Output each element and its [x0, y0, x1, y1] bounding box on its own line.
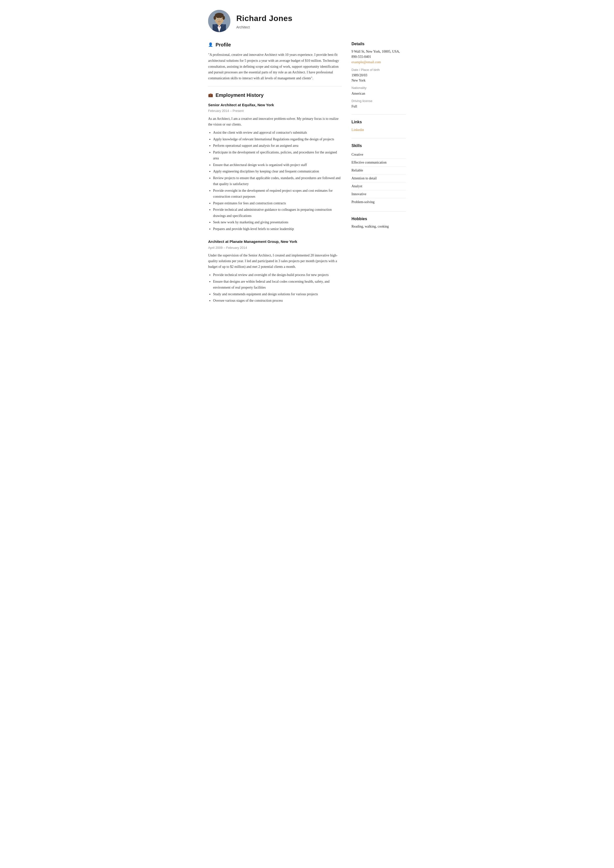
bullet-item: Prepares and provide high-level briefs t…: [213, 226, 342, 232]
bullet-item: Review projects to ensure that applicabl…: [213, 175, 342, 187]
bullet-item: Provide technical review and oversight o…: [213, 272, 342, 278]
bullet-item: Oversee various stages of the constructi…: [213, 298, 342, 304]
header: Richard Jones Architect: [208, 10, 406, 32]
left-column: 👤 Profile "A professional, creative and …: [208, 41, 342, 311]
skill-item: Analyst: [351, 182, 406, 190]
job-2: Architect at Planate Management Group, N…: [208, 239, 342, 304]
employment-heading: Employment History: [216, 91, 264, 99]
avatar: [208, 10, 230, 32]
linkedin-link[interactable]: Linkedin: [351, 128, 364, 132]
nationality-label: Nationality: [351, 85, 406, 90]
skill-item: Effective communication: [351, 159, 406, 167]
driving: Full: [351, 104, 406, 109]
bullet-item: Participate in the development of specif…: [213, 149, 342, 161]
nationality: American: [351, 91, 406, 96]
birthplace: New York: [351, 78, 406, 83]
bullet-item: Ensure that designs are within federal a…: [213, 279, 342, 291]
job-title-header: Architect: [236, 25, 292, 30]
bullet-item: Provide technical and administrative gui…: [213, 207, 342, 219]
address: 9 Wall St, New York, 10005, USA,: [351, 49, 406, 54]
job-2-bullets: Provide technical review and oversight o…: [208, 272, 342, 304]
profile-text: "A professional, creative and innovative…: [208, 52, 342, 81]
bullet-item: Seek new work by marketing and giving pr…: [213, 219, 342, 226]
skill-item: Problem-solving: [351, 198, 406, 206]
employment-section-header: 💼 Employment History: [208, 91, 342, 99]
bullet-item: Apply knowledge of relevant Internationa…: [213, 136, 342, 143]
job-1-bullets: Assist the client with review and approv…: [208, 130, 342, 232]
skill-item: Creative: [351, 151, 406, 159]
job-1: Senior Architect at Equifax, New York Fe…: [208, 102, 342, 232]
job-1-desc: As an Architect, I am a creative and inn…: [208, 116, 342, 127]
links-heading: Links: [351, 119, 406, 125]
bullet-item: Study and recommends equipment and desig…: [213, 291, 342, 298]
right-column: Details 9 Wall St, New York, 10005, USA,…: [351, 41, 406, 311]
skill-item: Attention to detail: [351, 174, 406, 182]
skill-item: Reliable: [351, 167, 406, 174]
dob-label: Date / Place of birth: [351, 67, 406, 72]
right-divider-2: [351, 138, 406, 138]
two-col-layout: 👤 Profile "A professional, creative and …: [208, 41, 406, 311]
details-heading: Details: [351, 41, 406, 47]
resume-page: Richard Jones Architect 👤 Profile "A pro…: [196, 0, 418, 326]
svg-point-8: [214, 16, 216, 20]
skills-section: Skills Creative Effective communication …: [351, 143, 406, 206]
divider-1: [208, 86, 342, 87]
full-name: Richard Jones: [236, 12, 292, 24]
dob: 1989/20/03: [351, 73, 406, 78]
hobbies-section: Hobbies Reading, walking, cooking: [351, 216, 406, 229]
profile-section-header: 👤 Profile: [208, 41, 342, 48]
svg-point-14: [221, 19, 221, 20]
profile-heading: Profile: [216, 41, 231, 48]
email[interactable]: example@email.com: [351, 60, 381, 64]
skill-item: Innovative: [351, 190, 406, 198]
links-section: Links Linkedin: [351, 119, 406, 133]
details-section: Details 9 Wall St, New York, 10005, USA,…: [351, 41, 406, 109]
phone: 890-555-0401: [351, 54, 406, 59]
svg-rect-10: [218, 23, 221, 25]
svg-point-9: [222, 16, 225, 20]
skills-heading: Skills: [351, 143, 406, 149]
job-2-dates: April 2009 – February 2014: [208, 245, 342, 250]
bullet-item: Assist the client with review and approv…: [213, 130, 342, 136]
bullet-item: Perform operational support and analysis…: [213, 143, 342, 149]
svg-point-13: [217, 19, 218, 20]
hobbies-text: Reading, walking, cooking: [351, 224, 406, 229]
employment-icon: 💼: [208, 93, 213, 98]
driving-label: Driving license: [351, 99, 406, 104]
bullet-item: Ensure that architectural design work is…: [213, 162, 342, 168]
header-info: Richard Jones Architect: [236, 12, 292, 30]
bullet-item: Prepare estimates for fees and construct…: [213, 200, 342, 206]
job-2-title: Architect at Planate Management Group, N…: [208, 239, 342, 245]
job-1-title: Senior Architect at Equifax, New York: [208, 102, 342, 108]
svg-point-15: [219, 20, 220, 21]
profile-icon: 👤: [208, 42, 213, 47]
svg-point-7: [215, 13, 224, 18]
job-2-desc: Under the supervision of the Senior Arch…: [208, 253, 342, 270]
job-1-dates: February 2014 – Present: [208, 108, 342, 113]
hobbies-heading: Hobbies: [351, 216, 406, 222]
bullet-item: Apply engineering disciplines by keeping…: [213, 169, 342, 175]
bullet-item: Provide oversight in the development of …: [213, 188, 342, 200]
